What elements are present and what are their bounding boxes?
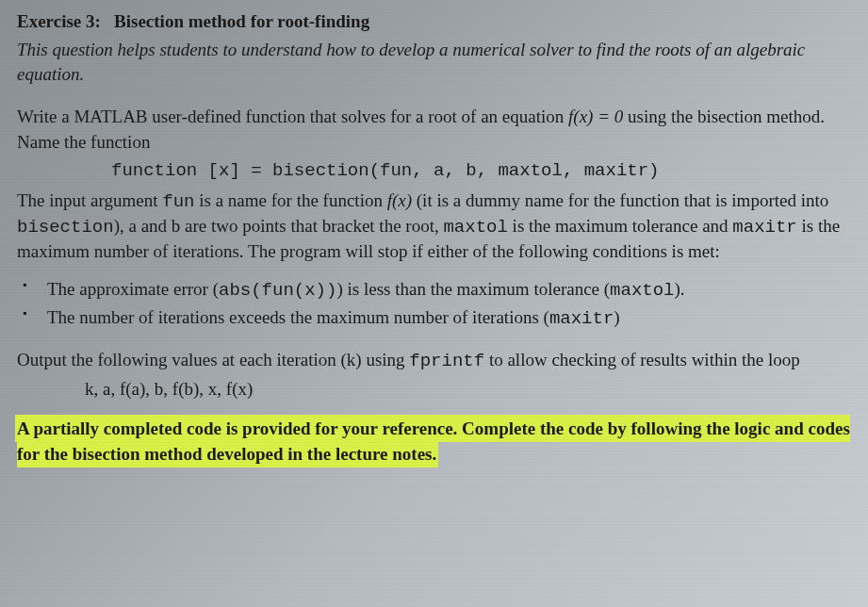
para2-b: is a name for the function	[194, 190, 386, 210]
highlight-wrap: A partially completed code is provided f…	[17, 417, 851, 468]
para3-a: Output the following values at each iter…	[17, 350, 409, 369]
condition-item-2: The number of iterations exceeds the max…	[17, 305, 851, 331]
intro-paragraph: This question helps students to understa…	[17, 38, 851, 86]
code-bisection: bisection	[17, 217, 114, 238]
outvals-text: k, a, f(a), b, f(b), x, f(x)	[85, 379, 253, 399]
exercise-title: Bisection method for root-finding	[114, 11, 369, 31]
code-fprintf: fprintf	[409, 351, 484, 371]
paragraph-1: Write a MATLAB user-defined function tha…	[17, 105, 851, 154]
cond1-c: ).	[675, 279, 685, 299]
exercise-label: Exercise 3:	[17, 11, 101, 31]
cond2-code: maxitr	[549, 308, 614, 329]
para2-e: is the maximum tolerance and	[508, 216, 732, 236]
highlighted-note: A partially completed code is provided f…	[17, 417, 850, 466]
cond2-a: The number of iterations exceeds the max…	[47, 307, 549, 327]
para2-d: ), a and b are two points that bracket t…	[114, 216, 444, 236]
para2-a: The input argument	[17, 190, 162, 210]
equation-fx0: f(x) = 0	[568, 107, 623, 126]
paragraph-2: The input argument fun is a name for the…	[17, 189, 851, 265]
cond1-code: abs(fun(x))	[219, 280, 336, 301]
cond2-b: )	[614, 307, 619, 327]
condition-item-1: The approximate error (abs(fun(x))) is l…	[17, 277, 851, 303]
cond1-a: The approximate error (	[47, 279, 219, 299]
math-fx: f(x)	[387, 190, 412, 210]
code-maxtol: maxtol	[443, 217, 507, 238]
cond1-b: ) is less than the maximum tolerance (	[336, 279, 610, 299]
output-values: k, a, f(a), b, f(b), x, f(x)	[17, 379, 851, 400]
conditions-list: The approximate error (abs(fun(x))) is l…	[17, 277, 851, 330]
para3-b: to allow checking of results within the …	[484, 350, 800, 369]
code-fun: fun	[162, 191, 194, 212]
para2-c: (it is a dummy name for the function tha…	[412, 190, 828, 210]
exercise-heading: Exercise 3: Bisection method for root-fi…	[17, 11, 851, 32]
cond1-code2: maxtol	[610, 280, 674, 301]
code-maxitr: maxitr	[732, 217, 796, 238]
para1-text-a: Write a MATLAB user-defined function tha…	[17, 107, 568, 126]
function-signature: function [x] = bisection(fun, a, b, maxt…	[17, 160, 851, 181]
paragraph-3: Output the following values at each iter…	[17, 348, 851, 373]
